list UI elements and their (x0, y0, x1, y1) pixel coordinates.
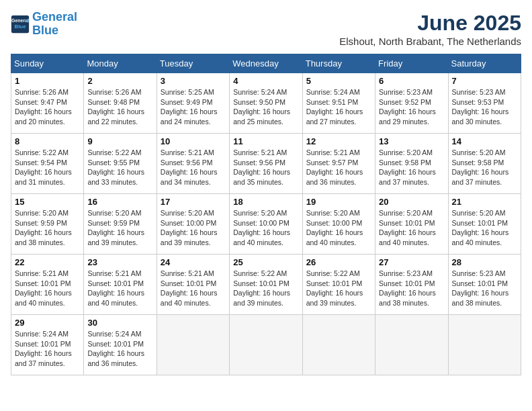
day-number: 20 (379, 197, 444, 207)
day-cell-10: 10Sunrise: 5:21 AMSunset: 9:56 PMDayligh… (157, 134, 229, 194)
day-cell-1: 1Sunrise: 5:26 AMSunset: 9:47 PMDaylight… (11, 73, 84, 134)
day-cell-12: 12Sunrise: 5:21 AMSunset: 9:57 PMDayligh… (302, 134, 375, 194)
day-info: Sunrise: 5:24 AMSunset: 10:01 PMDaylight… (87, 329, 152, 369)
day-info: Sunrise: 5:20 AMSunset: 10:00 PMDaylight… (306, 208, 371, 248)
day-cell-30: 30Sunrise: 5:24 AMSunset: 10:01 PMDaylig… (84, 315, 157, 375)
empty-cell (230, 315, 302, 375)
day-cell-27: 27Sunrise: 5:23 AMSunset: 10:01 PMDaylig… (375, 255, 448, 315)
day-number: 30 (87, 318, 152, 328)
day-cell-7: 7Sunrise: 5:23 AMSunset: 9:53 PMDaylight… (448, 73, 521, 134)
day-cell-28: 28Sunrise: 5:23 AMSunset: 10:01 PMDaylig… (448, 255, 521, 315)
header-cell-tuesday: Tuesday (157, 54, 229, 73)
day-info: Sunrise: 5:23 AMSunset: 10:01 PMDaylight… (452, 269, 517, 308)
day-cell-3: 3Sunrise: 5:25 AMSunset: 9:49 PMDaylight… (157, 73, 229, 134)
day-number: 10 (161, 136, 226, 146)
day-cell-13: 13Sunrise: 5:20 AMSunset: 9:58 PMDayligh… (375, 134, 448, 194)
day-cell-17: 17Sunrise: 5:20 AMSunset: 10:00 PMDaylig… (157, 194, 229, 255)
day-number: 28 (452, 257, 517, 267)
day-number: 12 (306, 136, 371, 146)
header-cell-thursday: Thursday (302, 54, 375, 73)
day-info: Sunrise: 5:21 AMSunset: 9:56 PMDaylight:… (233, 148, 298, 187)
week-row-3: 15Sunrise: 5:20 AMSunset: 9:59 PMDayligh… (11, 194, 521, 255)
title-area: June 2025 Elshout, North Brabant, The Ne… (339, 11, 521, 47)
day-number: 2 (87, 76, 152, 86)
header-cell-saturday: Saturday (448, 54, 521, 73)
day-number: 1 (15, 76, 80, 86)
day-info: Sunrise: 5:23 AMSunset: 9:52 PMDaylight:… (379, 87, 444, 127)
day-number: 18 (233, 197, 298, 207)
day-info: Sunrise: 5:24 AMSunset: 9:51 PMDaylight:… (306, 87, 371, 127)
location-title: Elshout, North Brabant, The Netherlands (339, 36, 521, 47)
day-info: Sunrise: 5:22 AMSunset: 10:01 PMDaylight… (306, 269, 371, 308)
header-cell-sunday: Sunday (11, 54, 84, 73)
day-info: Sunrise: 5:25 AMSunset: 9:49 PMDaylight:… (161, 87, 226, 127)
day-info: Sunrise: 5:21 AMSunset: 9:57 PMDaylight:… (306, 148, 371, 187)
day-info: Sunrise: 5:20 AMSunset: 9:58 PMDaylight:… (452, 148, 517, 187)
day-number: 15 (15, 197, 80, 207)
day-info: Sunrise: 5:20 AMSunset: 10:00 PMDaylight… (233, 208, 298, 248)
day-info: Sunrise: 5:22 AMSunset: 10:01 PMDaylight… (233, 269, 298, 308)
day-info: Sunrise: 5:20 AMSunset: 9:58 PMDaylight:… (379, 148, 444, 187)
day-number: 23 (87, 257, 152, 267)
day-info: Sunrise: 5:23 AMSunset: 9:53 PMDaylight:… (452, 87, 517, 127)
day-number: 14 (452, 136, 517, 146)
day-number: 22 (15, 257, 80, 267)
day-cell-21: 21Sunrise: 5:20 AMSunset: 10:01 PMDaylig… (448, 194, 521, 255)
empty-cell (375, 315, 448, 375)
empty-cell (302, 315, 375, 375)
day-cell-8: 8Sunrise: 5:22 AMSunset: 9:54 PMDaylight… (11, 134, 84, 194)
day-info: Sunrise: 5:20 AMSunset: 10:01 PMDaylight… (452, 208, 517, 248)
day-number: 17 (161, 197, 226, 207)
day-number: 27 (379, 257, 444, 267)
day-cell-11: 11Sunrise: 5:21 AMSunset: 9:56 PMDayligh… (230, 134, 302, 194)
day-number: 3 (161, 76, 226, 86)
day-cell-9: 9Sunrise: 5:22 AMSunset: 9:55 PMDaylight… (84, 134, 157, 194)
day-cell-2: 2Sunrise: 5:26 AMSunset: 9:48 PMDaylight… (84, 73, 157, 134)
day-info: Sunrise: 5:21 AMSunset: 9:56 PMDaylight:… (161, 148, 226, 187)
day-number: 7 (452, 76, 517, 86)
calendar-table: SundayMondayTuesdayWednesdayThursdayFrid… (11, 54, 521, 375)
day-info: Sunrise: 5:26 AMSunset: 9:48 PMDaylight:… (87, 87, 152, 127)
day-number: 19 (306, 197, 371, 207)
day-number: 26 (306, 257, 371, 267)
week-row-2: 8Sunrise: 5:22 AMSunset: 9:54 PMDaylight… (11, 134, 521, 194)
week-row-5: 29Sunrise: 5:24 AMSunset: 10:01 PMDaylig… (11, 315, 521, 375)
day-info: Sunrise: 5:21 AMSunset: 10:01 PMDaylight… (87, 269, 152, 308)
day-number: 24 (161, 257, 226, 267)
day-number: 8 (15, 136, 80, 146)
header-cell-monday: Monday (84, 54, 157, 73)
day-cell-6: 6Sunrise: 5:23 AMSunset: 9:52 PMDaylight… (375, 73, 448, 134)
day-info: Sunrise: 5:24 AMSunset: 10:01 PMDaylight… (15, 329, 80, 369)
header-cell-wednesday: Wednesday (230, 54, 302, 73)
day-number: 11 (233, 136, 298, 146)
day-number: 16 (87, 197, 152, 207)
day-info: Sunrise: 5:20 AMSunset: 10:01 PMDaylight… (379, 208, 444, 248)
empty-cell (448, 315, 521, 375)
page-header: General Blue General Blue June 2025 Elsh… (11, 11, 521, 47)
empty-cell (157, 315, 229, 375)
header-cell-friday: Friday (375, 54, 448, 73)
day-number: 13 (379, 136, 444, 146)
day-cell-25: 25Sunrise: 5:22 AMSunset: 10:01 PMDaylig… (230, 255, 302, 315)
day-cell-14: 14Sunrise: 5:20 AMSunset: 9:58 PMDayligh… (448, 134, 521, 194)
day-cell-18: 18Sunrise: 5:20 AMSunset: 10:00 PMDaylig… (230, 194, 302, 255)
day-number: 25 (233, 257, 298, 267)
day-info: Sunrise: 5:26 AMSunset: 9:47 PMDaylight:… (15, 87, 80, 127)
day-info: Sunrise: 5:20 AMSunset: 9:59 PMDaylight:… (87, 208, 152, 248)
day-number: 29 (15, 318, 80, 328)
day-info: Sunrise: 5:20 AMSunset: 9:59 PMDaylight:… (15, 208, 80, 248)
day-number: 9 (87, 136, 152, 146)
week-row-4: 22Sunrise: 5:21 AMSunset: 10:01 PMDaylig… (11, 255, 521, 315)
day-cell-23: 23Sunrise: 5:21 AMSunset: 10:01 PMDaylig… (84, 255, 157, 315)
day-cell-16: 16Sunrise: 5:20 AMSunset: 9:59 PMDayligh… (84, 194, 157, 255)
day-cell-26: 26Sunrise: 5:22 AMSunset: 10:01 PMDaylig… (302, 255, 375, 315)
logo: General Blue General Blue (11, 11, 77, 38)
logo-text: General Blue (32, 11, 77, 38)
day-cell-5: 5Sunrise: 5:24 AMSunset: 9:51 PMDaylight… (302, 73, 375, 134)
logo-icon: General Blue (11, 15, 30, 34)
day-info: Sunrise: 5:20 AMSunset: 10:00 PMDaylight… (161, 208, 226, 248)
day-info: Sunrise: 5:22 AMSunset: 9:55 PMDaylight:… (87, 148, 152, 187)
header-row: SundayMondayTuesdayWednesdayThursdayFrid… (11, 54, 521, 73)
week-row-1: 1Sunrise: 5:26 AMSunset: 9:47 PMDaylight… (11, 73, 521, 134)
day-info: Sunrise: 5:23 AMSunset: 10:01 PMDaylight… (379, 269, 444, 308)
